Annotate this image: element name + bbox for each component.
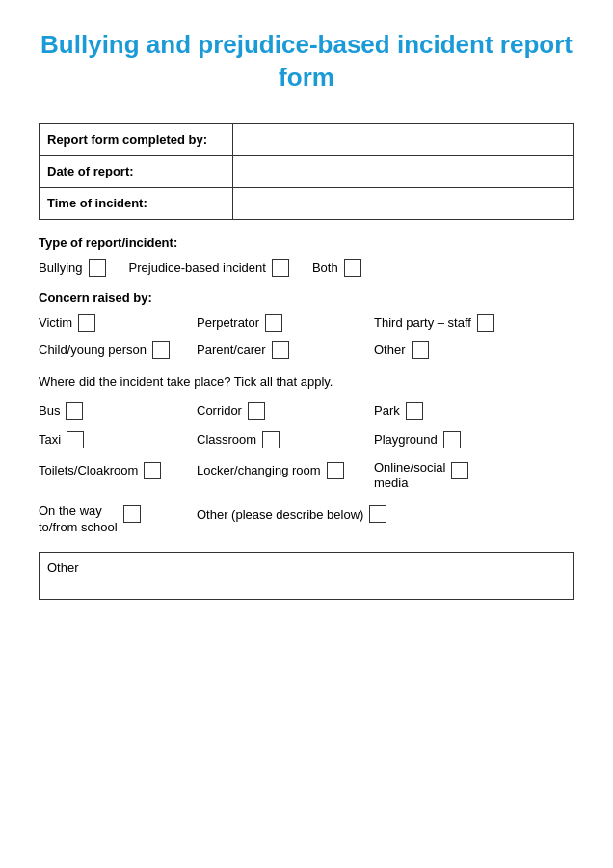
concern-row1: Victim Perpetrator Third party – staff bbox=[39, 314, 574, 332]
option-park: Park bbox=[374, 402, 423, 420]
corridor-checkbox[interactable] bbox=[248, 402, 265, 420]
classroom-label: Classroom bbox=[197, 432, 256, 447]
form-row-time: Time of incident: bbox=[40, 188, 573, 219]
other-desc-checkbox[interactable] bbox=[369, 505, 386, 523]
location-row1: Bus Corridor Park bbox=[39, 402, 574, 420]
location-row4: On the wayto/from school Other (please d… bbox=[39, 503, 574, 536]
option-toilets: Toilets/Cloakroom bbox=[39, 462, 173, 479]
location-row3: Toilets/Cloakroom Locker/changing room O… bbox=[39, 460, 574, 493]
input-time[interactable] bbox=[232, 188, 573, 219]
form-row-completed-by: Report form completed by: bbox=[40, 124, 573, 156]
playground-label: Playground bbox=[374, 432, 438, 447]
victim-checkbox[interactable] bbox=[78, 314, 95, 332]
option-on-way: On the wayto/from school bbox=[39, 503, 173, 536]
option-taxi: Taxi bbox=[39, 431, 173, 448]
toilets-label: Toilets/Cloakroom bbox=[39, 463, 138, 477]
header-fields-section: Report form completed by: Date of report… bbox=[39, 123, 574, 220]
online-checkbox[interactable] bbox=[451, 462, 468, 479]
prejudice-checkbox[interactable] bbox=[272, 259, 289, 277]
perpetrator-label: Perpetrator bbox=[197, 315, 259, 330]
child-checkbox[interactable] bbox=[152, 341, 170, 359]
park-checkbox[interactable] bbox=[406, 402, 423, 420]
corridor-label: Corridor bbox=[197, 403, 242, 418]
option-locker: Locker/changing room bbox=[197, 462, 351, 479]
label-date: Date of report: bbox=[40, 158, 232, 184]
option-prejudice: Prejudice-based incident bbox=[129, 259, 289, 277]
playground-checkbox[interactable] bbox=[443, 431, 461, 448]
parent-label: Parent/carer bbox=[197, 342, 266, 357]
label-time: Time of incident: bbox=[40, 190, 232, 216]
victim-label: Victim bbox=[39, 315, 72, 330]
both-label: Both bbox=[312, 260, 338, 275]
option-both: Both bbox=[312, 259, 361, 277]
on-way-checkbox[interactable] bbox=[123, 505, 141, 523]
location-row2: Taxi Classroom Playground bbox=[39, 431, 574, 448]
option-perpetrator: Perpetrator bbox=[197, 314, 351, 332]
type-options-row: Bullying Prejudice-based incident Both bbox=[39, 259, 574, 277]
option-third-party: Third party – staff bbox=[374, 314, 494, 332]
child-label: Child/young person bbox=[39, 342, 147, 357]
option-bus: Bus bbox=[39, 402, 173, 420]
prejudice-label: Prejudice-based incident bbox=[129, 260, 266, 275]
bus-label: Bus bbox=[39, 403, 60, 418]
input-date[interactable] bbox=[232, 156, 573, 187]
on-way-label: On the wayto/from school bbox=[39, 503, 118, 536]
parent-checkbox[interactable] bbox=[272, 341, 289, 359]
taxi-label: Taxi bbox=[39, 432, 61, 447]
bullying-checkbox[interactable] bbox=[89, 259, 106, 277]
bus-checkbox[interactable] bbox=[66, 402, 83, 420]
input-completed-by[interactable] bbox=[232, 124, 573, 155]
option-playground: Playground bbox=[374, 431, 461, 448]
location-question: Where did the incident take place? Tick … bbox=[39, 374, 574, 389]
taxi-checkbox[interactable] bbox=[67, 431, 84, 448]
other-concern-checkbox[interactable] bbox=[412, 341, 429, 359]
perpetrator-checkbox[interactable] bbox=[265, 314, 282, 332]
concern-section: Concern raised by: Victim Perpetrator Th… bbox=[39, 290, 574, 359]
concern-label: Concern raised by: bbox=[39, 290, 574, 305]
page: Bullying and prejudice-based incident re… bbox=[0, 0, 613, 868]
option-online: Online/socialmedia bbox=[374, 460, 468, 493]
classroom-checkbox[interactable] bbox=[262, 431, 280, 448]
page-title: Bullying and prejudice-based incident re… bbox=[39, 29, 574, 95]
option-corridor: Corridor bbox=[197, 402, 351, 420]
form-row-date: Date of report: bbox=[40, 156, 573, 188]
concern-row2: Child/young person Parent/carer Other bbox=[39, 341, 574, 359]
online-label: Online/socialmedia bbox=[374, 460, 445, 493]
type-of-report-label: Type of report/incident: bbox=[39, 235, 574, 250]
locker-label: Locker/changing room bbox=[197, 463, 321, 477]
other-box: Other bbox=[39, 552, 574, 600]
location-section: Where did the incident take place? Tick … bbox=[39, 374, 574, 537]
option-classroom: Classroom bbox=[197, 431, 351, 448]
option-parent: Parent/carer bbox=[197, 341, 351, 359]
option-bullying: Bullying bbox=[39, 259, 106, 277]
option-other-concern: Other bbox=[374, 341, 429, 359]
bullying-label: Bullying bbox=[39, 260, 83, 275]
park-label: Park bbox=[374, 403, 400, 418]
both-checkbox[interactable] bbox=[344, 259, 361, 277]
label-completed-by: Report form completed by: bbox=[40, 126, 232, 152]
other-box-label: Other bbox=[47, 560, 79, 575]
third-party-label: Third party – staff bbox=[374, 315, 471, 330]
toilets-checkbox[interactable] bbox=[144, 462, 161, 479]
locker-checkbox[interactable] bbox=[327, 462, 344, 479]
option-child: Child/young person bbox=[39, 341, 173, 359]
third-party-checkbox[interactable] bbox=[477, 314, 494, 332]
type-of-report-section: Type of report/incident: Bullying Prejud… bbox=[39, 235, 574, 277]
other-concern-label: Other bbox=[374, 342, 406, 357]
option-victim: Victim bbox=[39, 314, 173, 332]
other-desc-label: Other (please describe below) bbox=[197, 507, 363, 522]
option-other-desc: Other (please describe below) bbox=[197, 505, 409, 523]
